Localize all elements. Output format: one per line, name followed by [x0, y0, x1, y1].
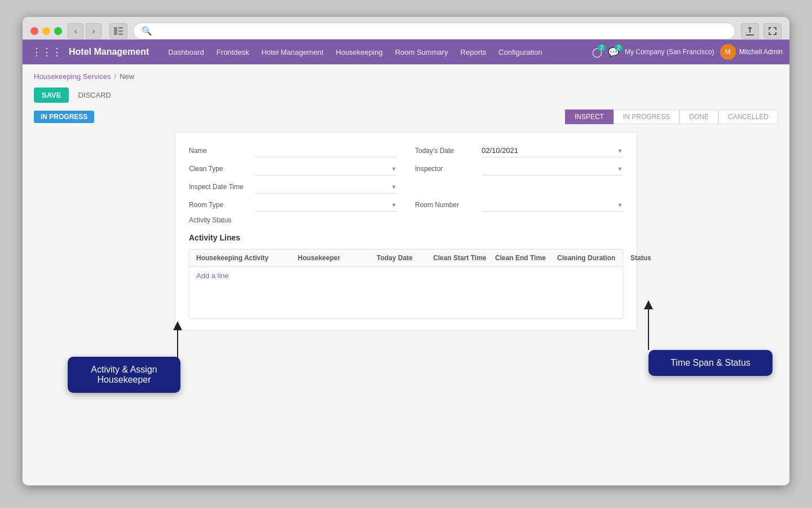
form-section: Name Today's Date ▼: [34, 132, 778, 331]
breadcrumb-parent[interactable]: Housekeeping Services: [34, 72, 111, 81]
table-empty-space: [189, 284, 623, 318]
name-label: Name: [189, 147, 251, 155]
save-button[interactable]: SAVE: [34, 87, 69, 103]
nav-room-summary[interactable]: Room Summary: [390, 45, 454, 60]
browser-window: ‹ › 🔍: [23, 17, 789, 485]
topnav-right: ◯ 2 💬 2 My Company (San Francisco) M Mit…: [592, 44, 783, 60]
pipeline-in-progress[interactable]: IN PROGRESS: [614, 110, 679, 124]
svg-rect-3: [118, 33, 123, 35]
fullscreen-button[interactable]: [764, 23, 782, 39]
nav-dashboard[interactable]: Dashboard: [162, 45, 210, 60]
inspect-date-input[interactable]: [255, 180, 389, 193]
nav-frontdesk[interactable]: Frontdesk: [211, 45, 255, 60]
inspect-date-label: Inspect Date Time: [189, 183, 251, 191]
date-dropdown-icon: ▼: [617, 147, 623, 154]
grid-menu-icon[interactable]: ⋮⋮⋮: [29, 43, 64, 60]
main-content: Housekeeping Services / New SAVE DISCARD…: [23, 64, 789, 485]
col-cleaning-duration: Cleaning Duration: [557, 254, 630, 262]
right-callout-group: Time Span & Status: [648, 350, 773, 376]
os-window: ‹ › 🔍: [0, 0, 812, 508]
todays-date-wrapper: ▼: [482, 144, 623, 157]
pipeline-cancelled[interactable]: CANCELLED: [718, 110, 778, 124]
form-row-3: Inspect Date Time ▼: [189, 180, 623, 194]
col-status: Status: [630, 254, 676, 262]
status-bar: IN PROGRESS INSPECT IN PROGRESS DONE CAN…: [34, 110, 778, 124]
col-clean-start: Clean Start Time: [433, 254, 495, 262]
user-name: Mitchell Admin: [739, 48, 783, 56]
share-button[interactable]: [741, 23, 759, 39]
nav-hotel-management[interactable]: Hotel Management: [256, 45, 329, 60]
inspect-date-group: Inspect Date Time ▼: [189, 180, 397, 194]
col-today-date: Today Date: [377, 254, 433, 262]
forward-button[interactable]: ›: [86, 23, 102, 39]
nav-menu: Dashboard Frontdesk Hotel Management Hou…: [162, 45, 588, 60]
room-number-group: Room Number ▼: [415, 198, 623, 212]
col-housekeeper: Housekeeper: [298, 254, 377, 262]
clean-type-input[interactable]: [255, 162, 389, 175]
form-card: Name Today's Date ▼: [175, 132, 637, 331]
inspector-label: Inspector: [415, 165, 477, 173]
form-row-1: Name Today's Date ▼: [189, 144, 623, 157]
brand-name: Hotel Management: [69, 47, 149, 57]
form-row-2: Clean Type ▼ Inspector ▼: [189, 162, 623, 176]
todays-date-group: Today's Date ▼: [415, 144, 623, 157]
action-bar: SAVE DISCARD: [34, 87, 778, 103]
svg-rect-0: [114, 27, 117, 35]
status-badge: IN PROGRESS: [34, 111, 94, 123]
todays-date-label: Today's Date: [415, 147, 477, 155]
room-number-input[interactable]: [482, 198, 615, 211]
discard-button[interactable]: DISCARD: [73, 87, 116, 103]
company-selector[interactable]: My Company (San Francisco): [625, 48, 714, 56]
svg-rect-1: [118, 27, 123, 29]
todays-date-input[interactable]: [482, 144, 615, 157]
add-line-button[interactable]: Add a line: [189, 267, 623, 284]
message-icon-button[interactable]: 💬 2: [608, 47, 619, 58]
room-type-input[interactable]: [255, 198, 389, 211]
back-button[interactable]: ‹: [68, 23, 83, 39]
nav-housekeeping[interactable]: Housekeeping: [330, 45, 389, 60]
status-pipeline: INSPECT IN PROGRESS DONE CANCELLED: [565, 110, 778, 124]
browser-actions: [741, 23, 782, 39]
address-bar[interactable]: 🔍: [133, 23, 735, 40]
nav-configuration[interactable]: Configuration: [493, 45, 548, 60]
top-navigation: ⋮⋮⋮ Hotel Management Dashboard Frontdesk…: [23, 40, 789, 64]
breadcrumb-separator: /: [114, 72, 117, 81]
sidebar-toggle-button[interactable]: [109, 23, 127, 39]
user-menu[interactable]: M Mitchell Admin: [720, 44, 783, 60]
col-housekeeping-activity: Housekeeping Activity: [196, 254, 298, 262]
maximize-button[interactable]: [54, 27, 62, 35]
room-type-dropdown-icon: ▼: [391, 202, 397, 208]
room-number-label: Room Number: [415, 201, 477, 209]
col-clean-end: Clean End Time: [495, 254, 557, 262]
breadcrumb-current: New: [120, 72, 134, 81]
form-row-4: Room Type ▼ Room Number ▼: [189, 198, 623, 212]
activity-assign-callout: Activity & Assign Housekeeper: [68, 357, 180, 393]
inspect-date-dropdown-icon: ▼: [391, 183, 397, 190]
nav-buttons: ‹ ›: [68, 23, 102, 39]
name-input[interactable]: [255, 144, 397, 157]
search-icon: 🔍: [142, 26, 152, 36]
left-callout-group: Activity & Assign Housekeeper: [68, 357, 180, 393]
close-button[interactable]: [30, 27, 38, 35]
right-arrow-svg: [643, 299, 654, 350]
nav-reports[interactable]: Reports: [455, 45, 492, 60]
room-number-dropdown-icon: ▼: [617, 202, 623, 208]
message-badge: 2: [615, 45, 623, 51]
traffic-lights: [30, 27, 62, 35]
pipeline-done[interactable]: DONE: [679, 110, 718, 124]
chat-icon-button[interactable]: ◯ 2: [592, 47, 602, 58]
clean-type-wrapper: ▼: [255, 162, 397, 176]
page-body: Housekeeping Services / New SAVE DISCARD…: [23, 64, 789, 485]
pipeline-inspect[interactable]: INSPECT: [565, 110, 614, 124]
time-span-callout: Time Span & Status: [648, 350, 773, 376]
minimize-button[interactable]: [42, 27, 50, 35]
chat-badge: 2: [598, 45, 606, 51]
activity-status-label: Activity Status: [189, 216, 251, 224]
clean-type-group: Clean Type ▼: [189, 162, 397, 176]
inspect-date-wrapper: ▼: [255, 180, 397, 194]
inspector-group: Inspector ▼: [415, 162, 623, 176]
activity-lines-title: Activity Lines: [189, 233, 623, 242]
inspector-input[interactable]: [482, 162, 615, 175]
clean-type-label: Clean Type: [189, 165, 251, 173]
activity-status-group: Activity Status: [189, 216, 623, 224]
